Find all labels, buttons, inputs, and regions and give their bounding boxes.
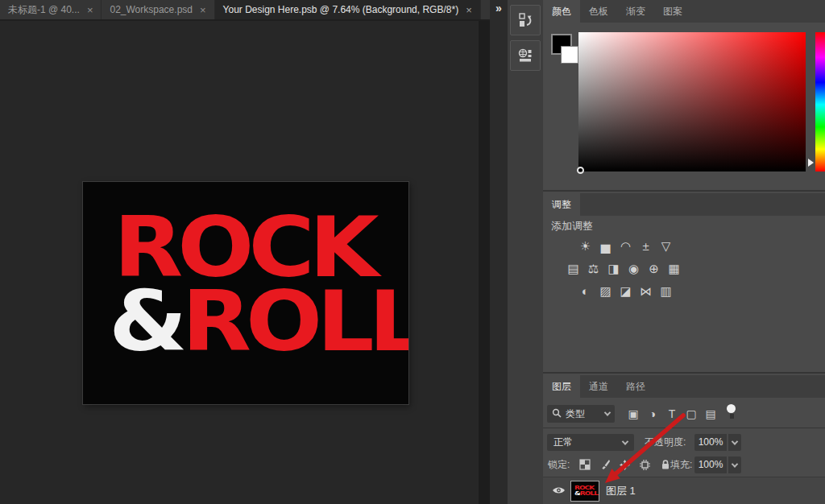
- libraries-panel-button[interactable]: [510, 40, 541, 71]
- lock-transparency-icon[interactable]: [578, 458, 591, 471]
- panel-divider: [543, 372, 825, 374]
- background-color-swatch[interactable]: [561, 46, 578, 64]
- add-adjustment-label: 添加调整: [551, 219, 593, 233]
- adjustment-icons-row-2: ▤ ⚖ ◨ ◉ ⊕ ▦: [566, 261, 681, 277]
- blend-mode-value: 正常: [553, 436, 573, 449]
- tab-gradients[interactable]: 渐变: [617, 0, 654, 23]
- selective-color-icon[interactable]: ▥: [659, 283, 673, 300]
- adjustment-icons-row-3: ◐ ▨ ◪ ⋈ ▥: [578, 283, 673, 300]
- tab-layers[interactable]: 图层: [543, 375, 580, 398]
- adjustment-icons-row-1: ☀ ▅ ◠ ± ▽: [578, 238, 673, 254]
- hue-saturation-icon[interactable]: ▤: [566, 261, 580, 277]
- lock-label: 锁定:: [548, 454, 570, 475]
- document-tab-untitled[interactable]: 未标题-1 @ 40... ×: [0, 0, 102, 19]
- tab-patterns[interactable]: 图案: [654, 0, 691, 23]
- toggle-ball: [727, 404, 736, 413]
- thumbnail-word-and-roll: &ROLL: [574, 491, 599, 496]
- canvas-pasteboard[interactable]: ROCK &ROLL: [0, 21, 479, 504]
- tab-color[interactable]: 颜色: [543, 0, 580, 23]
- exposure-icon[interactable]: ±: [639, 238, 653, 254]
- close-icon[interactable]: ×: [87, 5, 93, 15]
- toggle-stem: [730, 414, 734, 419]
- document-tab-label: 02_Workspace.psd: [110, 4, 193, 15]
- vibrance-icon[interactable]: ▽: [659, 238, 673, 254]
- annotation-arrow: [592, 401, 697, 491]
- curves-icon[interactable]: ◠: [619, 238, 632, 254]
- document-tab-bar: 未标题-1 @ 40... × 02_Workspace.psd × Your …: [0, 0, 490, 21]
- threshold-icon[interactable]: ◪: [619, 283, 632, 300]
- tab-overflow-chevron-icon[interactable]: »: [490, 0, 508, 18]
- history-panel-button[interactable]: [510, 5, 541, 35]
- photo-filter-icon[interactable]: ◉: [627, 261, 641, 277]
- close-icon[interactable]: ×: [200, 5, 206, 15]
- libraries-icon: [516, 47, 534, 64]
- color-lookup-icon[interactable]: ▦: [667, 261, 681, 277]
- vertical-scrollbar[interactable]: [479, 21, 490, 504]
- document-tab-label: Your Design Here.psb @ 7.64% (Background…: [223, 4, 459, 15]
- artwork-ampersand: &: [109, 274, 182, 370]
- posterize-icon[interactable]: ▨: [599, 283, 612, 300]
- color-field-cursor[interactable]: [577, 167, 584, 174]
- layers-panel-tabbar: 图层 通道 路径: [543, 375, 825, 398]
- color-panel-tabbar: 颜色 色板 渐变 图案: [543, 0, 825, 23]
- color-balance-icon[interactable]: ⚖: [587, 261, 600, 277]
- layer-visibility-toggle[interactable]: [548, 477, 569, 504]
- artwork-word-and-roll: &ROLL: [109, 280, 408, 363]
- hue-slider-marker[interactable]: [808, 159, 814, 167]
- adjustments-panel-tabbar: 调整: [543, 193, 825, 216]
- fill-dropdown-button[interactable]: [728, 456, 741, 473]
- opacity-value[interactable]: 100%: [694, 434, 727, 451]
- history-icon: [516, 11, 534, 29]
- layer-filtering-toggle[interactable]: [727, 404, 736, 420]
- channel-mixer-icon[interactable]: ⊕: [647, 261, 661, 277]
- close-icon[interactable]: ×: [466, 5, 472, 15]
- opacity-dropdown-button[interactable]: [728, 434, 741, 451]
- chevron-down-icon: [732, 461, 738, 467]
- document-tab-your-design-here[interactable]: Your Design Here.psb @ 7.64% (Background…: [215, 0, 481, 19]
- panel-gutter: »: [490, 0, 508, 504]
- levels-icon[interactable]: ▅: [599, 238, 612, 254]
- document-tab-label: 未标题-1 @ 40...: [8, 3, 80, 17]
- brightness-contrast-icon[interactable]: ☀: [578, 238, 592, 254]
- tab-swatches[interactable]: 色板: [580, 0, 617, 23]
- tab-adjustments[interactable]: 调整: [543, 193, 580, 216]
- panel-divider: [543, 190, 825, 192]
- smart-object-filter-icon[interactable]: ▤: [703, 405, 719, 423]
- saturation-brightness-field[interactable]: [578, 32, 806, 171]
- search-icon: [552, 408, 562, 420]
- tab-paths[interactable]: 路径: [617, 375, 654, 398]
- invert-icon[interactable]: ◐: [578, 283, 592, 300]
- collapsed-panel-dock: [508, 0, 543, 504]
- eye-icon: [552, 484, 566, 498]
- document-tab-workspace[interactable]: 02_Workspace.psd ×: [102, 0, 214, 19]
- tab-channels[interactable]: 通道: [580, 375, 617, 398]
- gradient-map-icon[interactable]: ⋈: [639, 283, 653, 300]
- artwork-word-roll: ROLL: [182, 274, 408, 370]
- black-white-icon[interactable]: ◨: [607, 261, 620, 277]
- filter-type-label: 类型: [566, 407, 585, 421]
- hue-slider[interactable]: [815, 32, 825, 171]
- chevron-down-icon: [732, 438, 738, 444]
- canvas-artwork[interactable]: ROCK &ROLL: [83, 182, 408, 404]
- fill-value[interactable]: 100%: [694, 456, 727, 473]
